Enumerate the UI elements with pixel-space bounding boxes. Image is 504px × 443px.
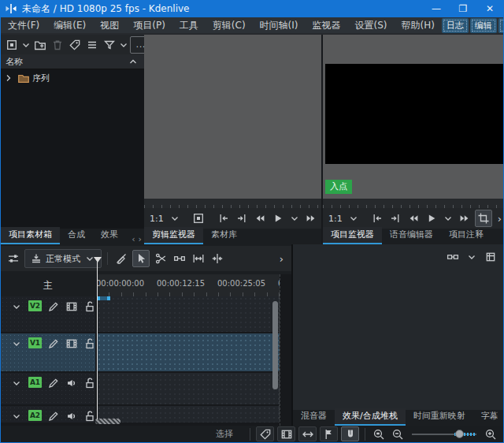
edit-mode-dropdown[interactable]: 正常模式: [24, 249, 102, 268]
chevron-down-icon[interactable]: [465, 251, 478, 263]
zoom-out-button[interactable]: [390, 426, 406, 442]
view-mode-button[interactable]: [84, 37, 100, 53]
track-header-a2[interactable]: A2: [1, 406, 95, 423]
selection-tool-button[interactable]: [132, 250, 150, 267]
workspace-audio[interactable]: 音频: [498, 18, 504, 33]
tab-project-bin[interactable]: 项目素材箱: [1, 227, 60, 244]
track-settings-button[interactable]: [6, 251, 21, 266]
insert-zone-button[interactable]: [191, 210, 206, 226]
timeline-horizontal-scrollbar[interactable]: [95, 419, 120, 424]
filter-button[interactable]: [102, 37, 117, 53]
edit-track-icon[interactable]: [47, 377, 60, 389]
tab-scroll-right[interactable]: ›: [139, 234, 142, 244]
mute-icon[interactable]: [65, 410, 78, 423]
tags-button[interactable]: [67, 37, 83, 53]
project-monitor-ruler[interactable]: [323, 199, 504, 208]
collapse-track-icon[interactable]: [10, 410, 23, 423]
bin-folder-item[interactable]: 序列: [1, 69, 144, 87]
workspace-editing[interactable]: 编辑: [470, 18, 497, 33]
menu-project[interactable]: 项目(P): [126, 17, 172, 33]
minimize-button[interactable]: —: [423, 0, 450, 17]
zoom-in-button[interactable]: [483, 426, 498, 442]
timeline-vertical-scrollbar[interactable]: [272, 301, 278, 389]
tab-project-monitor[interactable]: 项目监视器: [323, 227, 382, 244]
menu-monitor[interactable]: 监视器: [305, 17, 347, 33]
video-thumbnails-button[interactable]: [277, 426, 295, 441]
add-clip-button[interactable]: [4, 37, 20, 53]
create-folder-button[interactable]: [32, 37, 48, 53]
mute-icon[interactable]: [65, 377, 78, 389]
play-button[interactable]: [270, 210, 286, 226]
tab-effects[interactable]: 效果: [93, 227, 126, 244]
play-options-chevron-icon[interactable]: [442, 212, 454, 225]
set-out-point-button[interactable]: [387, 210, 403, 226]
zone-mode-button[interactable]: [475, 210, 492, 227]
tab-compositions[interactable]: 合成: [60, 227, 93, 244]
project-monitor-zoom-level[interactable]: 1:1: [326, 214, 345, 224]
timeline-zoom-slider[interactable]: [412, 427, 476, 441]
fit-zoom-button[interactable]: [191, 251, 206, 266]
track-lane-a1[interactable]: [97, 373, 280, 404]
spacer-tool-button[interactable]: [172, 251, 187, 266]
timeline-zone-bar[interactable]: [97, 296, 110, 300]
track-badge[interactable]: V2: [28, 300, 42, 311]
toolbar-overflow-button[interactable]: ›: [276, 253, 287, 265]
tab-subtitles[interactable]: 字幕: [473, 408, 504, 426]
play-button[interactable]: [424, 210, 439, 226]
chevron-down-icon[interactable]: [169, 212, 181, 225]
mix-clips-button[interactable]: [113, 251, 129, 266]
clip-monitor-zoom-level[interactable]: 1:1: [147, 214, 166, 224]
collapse-track-icon[interactable]: [10, 337, 23, 350]
tab-mixer[interactable]: 混音器: [293, 408, 335, 426]
show-markers-button[interactable]: [256, 426, 274, 441]
audio-thumbnails-button[interactable]: [298, 426, 317, 441]
collapse-track-icon[interactable]: [10, 300, 23, 313]
tab-time-remap[interactable]: 时间重新映射: [406, 408, 473, 426]
menu-settings[interactable]: 设置(S): [347, 17, 394, 33]
compare-split-icon[interactable]: [447, 251, 459, 263]
slip-tool-button[interactable]: [209, 251, 225, 266]
snap-button[interactable]: [341, 426, 359, 441]
timeline-ruler[interactable]: 00:00:00:0000:00:12:1500:00:25:0500:0: [97, 274, 280, 296]
tab-clip-monitor[interactable]: 剪辑监视器: [144, 227, 203, 244]
delete-button[interactable]: [50, 37, 65, 53]
video-enable-icon[interactable]: [65, 300, 78, 313]
set-in-point-button[interactable]: [369, 210, 385, 226]
expander-icon[interactable]: [2, 72, 15, 84]
menu-timeline[interactable]: 时间轴(I): [253, 17, 306, 33]
bin-name-column-header[interactable]: 名称: [1, 54, 144, 69]
lock-open-icon[interactable]: [83, 410, 96, 423]
edit-track-icon[interactable]: [47, 300, 60, 313]
tab-library[interactable]: 素材库: [203, 227, 245, 244]
forward-button[interactable]: [303, 210, 319, 226]
toolbar-overflow-button[interactable]: ›: [495, 213, 504, 225]
menu-view[interactable]: 视图: [93, 17, 126, 33]
video-enable-icon[interactable]: [65, 337, 78, 350]
track-header-v2[interactable]: V2: [1, 296, 95, 332]
track-lane-v2[interactable]: [97, 296, 280, 332]
clip-monitor-display[interactable]: [144, 35, 321, 199]
set-out-point-button[interactable]: [234, 210, 250, 226]
play-options-chevron-icon[interactable]: [288, 212, 301, 225]
edit-track-icon[interactable]: [47, 337, 60, 350]
zoom-fit-button[interactable]: [371, 426, 387, 442]
edit-track-icon[interactable]: [47, 410, 60, 423]
playhead-handle[interactable]: [94, 257, 102, 262]
maximize-button[interactable]: ❐: [450, 0, 476, 17]
menu-help[interactable]: 帮助(H): [394, 17, 441, 33]
lock-open-icon[interactable]: [83, 377, 96, 389]
forward-button[interactable]: [457, 210, 472, 226]
clip-monitor-ruler[interactable]: [144, 199, 321, 208]
tab-effect-stack[interactable]: 效果/合成堆栈: [335, 408, 406, 426]
track-lane-v1[interactable]: [97, 333, 280, 371]
workspace-logging[interactable]: 日志: [442, 18, 469, 33]
razor-tool-button[interactable]: [153, 251, 169, 266]
lock-open-icon[interactable]: [83, 300, 96, 313]
menu-file[interactable]: 文件(F): [1, 17, 46, 33]
collapse-track-icon[interactable]: [10, 377, 23, 389]
track-badge[interactable]: V1: [28, 337, 42, 348]
filter-dropdown[interactable]: [119, 37, 128, 53]
chevron-down-icon[interactable]: [347, 212, 360, 225]
set-in-point-button[interactable]: [216, 210, 232, 226]
zoom-slider-handle[interactable]: [455, 430, 464, 438]
